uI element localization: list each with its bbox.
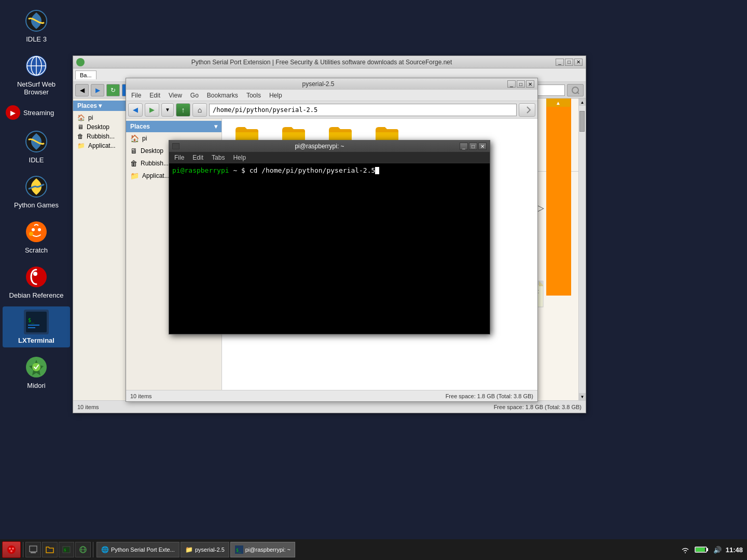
- term-menu-file[interactable]: File: [171, 153, 187, 162]
- fm-statusbar: 10 items Free space: 1.8 GB (Total: 3.8 …: [126, 390, 537, 401]
- sidebar-item-python-games[interactable]: Python Games: [3, 171, 70, 212]
- term-menu-edit[interactable]: Edit: [189, 153, 206, 162]
- fm-maximize-btn[interactable]: □: [517, 80, 525, 88]
- desktop-label: Desktop: [87, 123, 109, 131]
- taskbar-terminal-window-btn[interactable]: $_ pi@raspberrypi: ~: [230, 542, 295, 557]
- scroll-track[interactable]: [579, 106, 586, 393]
- terminal-small-icon: $: [62, 545, 71, 554]
- sidebar-item-midori[interactable]: Midori: [3, 352, 70, 393]
- browser-minimize-btn[interactable]: _: [556, 59, 564, 66]
- midori-icon: [24, 355, 49, 380]
- fm-menu-view[interactable]: View: [165, 91, 185, 100]
- fm-address-bar[interactable]: /home/pi/python/pyserial-2.5: [209, 104, 517, 116]
- terminal-title: pi@raspberrypi: ~: [179, 143, 460, 150]
- taskbar-browser-icon: 🌐: [101, 546, 109, 553]
- network-indicator: [680, 545, 690, 554]
- fm-path: /home/pi/python/pyserial-2.5: [213, 106, 317, 114]
- play-button[interactable]: ▷: [537, 202, 544, 214]
- term-menu-tabs[interactable]: Tabs: [209, 153, 228, 162]
- sidebar-item-lxterminal[interactable]: $_ LXTerminal: [3, 306, 70, 347]
- fm-menu-file[interactable]: File: [128, 91, 144, 100]
- forward-button[interactable]: ▶: [91, 84, 104, 96]
- terminal-command: ~ $ cd /home/pi/python/pyserial-2.5: [229, 166, 376, 174]
- fm-window-controls[interactable]: _ □ ✕: [507, 80, 534, 88]
- browser-scrollbar: ▲ ▼: [578, 99, 586, 400]
- fm-close-btn[interactable]: ✕: [526, 80, 534, 88]
- browser-go-button[interactable]: [567, 84, 584, 96]
- browser-maximize-btn[interactable]: □: [565, 59, 573, 66]
- fm-menu-edit[interactable]: Edit: [146, 91, 163, 100]
- taskbar-show-desktop[interactable]: [25, 542, 41, 557]
- browser-tab[interactable]: Ba...: [75, 71, 96, 79]
- taskbar-right: 🔊 11:48: [676, 545, 747, 554]
- reload-button[interactable]: ↻: [106, 84, 120, 96]
- term-close-btn[interactable]: ✕: [478, 143, 487, 150]
- show-desktop-icon: [29, 545, 37, 554]
- svg-point-10: [32, 228, 35, 231]
- fm-minimize-btn[interactable]: _: [507, 80, 516, 88]
- taskbar-terminal-btn[interactable]: $: [59, 542, 74, 557]
- sidebar-item-streaming[interactable]: ▶ Streaming: [3, 103, 70, 122]
- places-label-fm: Places: [130, 123, 150, 130]
- fm-rubbish-label: Rubbish...: [141, 160, 169, 167]
- taskbar-fm-window-label: pyserial-2.5: [195, 547, 225, 553]
- fm-forward-btn[interactable]: ▶: [145, 103, 159, 117]
- svg-rect-43: [707, 548, 708, 551]
- terminal-titlebar: pi@raspberrypi: ~ _ □ ✕: [169, 141, 490, 152]
- scroll-top-btn[interactable]: ▲: [579, 99, 586, 106]
- fm-up-btn[interactable]: ↑: [176, 103, 190, 117]
- browser-small-icon: [79, 545, 87, 554]
- fm-home-btn[interactable]: ⌂: [192, 103, 207, 117]
- term-maximize-btn[interactable]: □: [469, 143, 477, 150]
- fm-desktop-icon: 🖥: [130, 147, 137, 155]
- fm-go-btn[interactable]: [519, 103, 535, 117]
- start-menu-btn[interactable]: [2, 541, 21, 558]
- terminal-line-1: pi@raspberrypi ~ $ cd /home/pi/python/py…: [172, 166, 487, 174]
- fm-trash-icon: 🗑: [130, 159, 137, 167]
- terminal-cursor: [375, 167, 379, 174]
- term-minimize-indicator: [172, 143, 179, 149]
- scroll-bottom-btn[interactable]: ▼: [579, 393, 586, 400]
- fm-back-btn[interactable]: ◀: [128, 103, 143, 117]
- sidebar-item-netsurf[interactable]: NetSurf Web Browser: [3, 50, 70, 99]
- svg-text:$_: $_: [28, 317, 35, 324]
- taskbar-file-manager-btn[interactable]: [42, 542, 58, 557]
- browser-window-controls[interactable]: _ □ ✕: [556, 59, 583, 66]
- svg-rect-33: [30, 546, 37, 552]
- fm-menu-go[interactable]: Go: [187, 91, 202, 100]
- fm-items-count: 10 items: [130, 393, 152, 399]
- apps-icon: 📁: [77, 142, 85, 149]
- taskbar-left: $: [0, 541, 96, 558]
- scroll-thumb[interactable]: [579, 111, 585, 132]
- back-button[interactable]: ◀: [75, 84, 89, 96]
- taskbar-browser-window-btn[interactable]: 🌐 Python Serial Port Exte...: [96, 542, 179, 557]
- orange-sidebar: [546, 99, 571, 296]
- taskbar-browser-window-label: Python Serial Port Exte...: [111, 547, 175, 553]
- taskbar-window-buttons: 🌐 Python Serial Port Exte... 📁 pyserial-…: [96, 542, 295, 557]
- browser-statusbar: 10 items Free space: 1.8 GB (Total: 3.8 …: [73, 400, 586, 413]
- svg-text:$: $: [64, 548, 66, 552]
- taskbar-fm-window-btn[interactable]: 📁 pyserial-2.5: [181, 542, 229, 557]
- terminal-controls[interactable]: _ □ ✕: [460, 143, 487, 150]
- term-minimize-btn[interactable]: _: [460, 143, 468, 150]
- clock: 11:48: [726, 546, 743, 554]
- browser-close-btn[interactable]: ✕: [574, 59, 583, 66]
- term-menu-help[interactable]: Help: [230, 153, 249, 162]
- svg-text:$_: $_: [236, 548, 241, 553]
- scratch-icon: [24, 219, 49, 244]
- fm-pi-label: pi: [142, 135, 147, 142]
- fm-nav-dropdown[interactable]: ▼: [161, 103, 174, 117]
- terminal-body[interactable]: pi@raspberrypi ~ $ cd /home/pi/python/py…: [169, 163, 490, 334]
- sidebar-item-debian-ref[interactable]: Debian Reference: [3, 261, 70, 302]
- taskbar-browser-btn[interactable]: [75, 542, 91, 557]
- fm-menu-help[interactable]: Help: [266, 91, 285, 100]
- fm-menu-bookmarks[interactable]: Bookmarks: [204, 91, 241, 100]
- sidebar-item-scratch[interactable]: Scratch: [3, 216, 70, 257]
- fm-menu-tools[interactable]: Tools: [243, 91, 264, 100]
- midori-label: Midori: [27, 382, 45, 389]
- places-header-fm[interactable]: Places ▾: [126, 121, 222, 132]
- svg-point-12: [29, 232, 33, 236]
- volume-icon[interactable]: 🔊: [713, 546, 722, 554]
- sidebar-item-idle3[interactable]: IDLE 3: [3, 5, 70, 46]
- sidebar-item-idle[interactable]: IDLE: [3, 126, 70, 167]
